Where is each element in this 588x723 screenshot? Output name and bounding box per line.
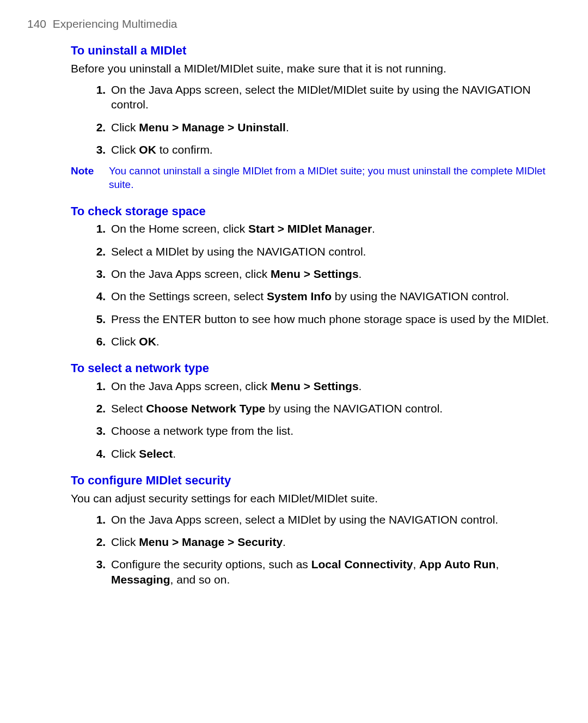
list-item: On the Java Apps screen, click Menu > Se… [109,379,561,393]
steps-storage: On the Home screen, click Start > MIDlet… [71,221,561,349]
list-item: Click OK. [109,334,561,349]
list-item: On the Java Apps screen, click Menu > Se… [109,266,561,281]
list-item: Select a MIDlet by using the NAVIGATION … [109,244,561,259]
list-item: On the Java Apps screen, select the MIDl… [109,82,561,112]
page-header: 140 Experiencing Multimedia [27,16,561,31]
list-item: Click Menu > Manage > Uninstall. [109,120,561,135]
note-text: You cannot uninstall a single MIDlet fro… [109,165,561,191]
steps-uninstall: On the Java Apps screen, select the MIDl… [71,82,561,157]
note-block: Note You cannot uninstall a single MIDle… [71,165,561,191]
page-content: To uninstall a MIDlet Before you uninsta… [71,43,561,587]
steps-network: On the Java Apps screen, click Menu > Se… [71,379,561,461]
note-label: Note [71,165,109,191]
heading-uninstall: To uninstall a MIDlet [71,43,561,59]
list-item: Choose a network type from the list. [109,423,561,438]
chapter-title: Experiencing Multimedia [53,17,177,30]
list-item: Click Menu > Manage > Security. [109,534,561,549]
heading-network: To select a network type [71,361,561,376]
heading-storage: To check storage space [71,204,561,220]
list-item: Click OK to confirm. [109,142,561,157]
list-item: On the Home screen, click Start > MIDlet… [109,221,561,236]
list-item: Configure the security options, such as … [109,557,561,587]
list-item: On the Java Apps screen, select a MIDlet… [109,512,561,527]
list-item: On the Settings screen, select System In… [109,289,561,303]
list-item: Select Choose Network Type by using the … [109,401,561,416]
list-item: Press the ENTER button to see how much p… [109,312,561,326]
intro-security: You can adjust security settings for eac… [71,491,561,506]
intro-uninstall: Before you uninstall a MIDlet/MIDlet sui… [71,61,561,76]
list-item: Click Select. [109,446,561,461]
steps-security: On the Java Apps screen, select a MIDlet… [71,512,561,587]
heading-security: To configure MIDlet security [71,473,561,489]
page-number: 140 [27,17,46,30]
